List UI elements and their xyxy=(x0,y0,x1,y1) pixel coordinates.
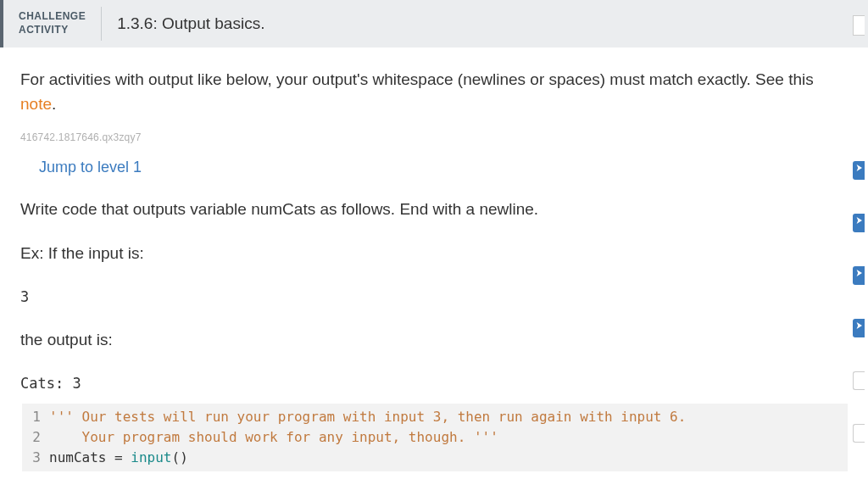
code-text: ''' Our tests will run your program with… xyxy=(49,407,686,427)
code-line: 1''' Our tests will run your program wit… xyxy=(22,407,848,427)
level-indicator-icon[interactable] xyxy=(853,266,865,285)
activity-title: 1.3.6: Output basics. xyxy=(102,14,264,33)
line-number: 2 xyxy=(22,427,49,448)
example-output-value: Cats: 3 xyxy=(20,375,848,392)
bookmark-icon[interactable] xyxy=(853,15,865,36)
code-line: 3numCats = input() xyxy=(22,448,848,468)
challenge-label-line2: ACTIVITY xyxy=(19,24,86,37)
content-area: For activities with output like below, y… xyxy=(0,47,868,471)
session-id: 416742.1817646.qx3zqy7 xyxy=(20,131,848,143)
level-indicator-icon[interactable] xyxy=(853,214,865,232)
line-number: 1 xyxy=(22,407,49,427)
jump-to-level-link[interactable]: Jump to level 1 xyxy=(20,159,848,176)
output-label: the output is: xyxy=(20,331,848,349)
right-side-icons xyxy=(853,161,865,443)
challenge-activity-label: CHALLENGE ACTIVITY xyxy=(3,7,102,41)
code-text: Your program should work for any input, … xyxy=(49,427,498,448)
example-input-value: 3 xyxy=(20,288,848,305)
code-line: 2 Your program should work for any input… xyxy=(22,427,848,448)
level-indicator-icon[interactable] xyxy=(853,161,865,180)
code-text: numCats = input() xyxy=(49,448,188,468)
level-indicator-icon[interactable] xyxy=(853,371,865,390)
level-indicator-icon[interactable] xyxy=(853,424,865,443)
code-editor[interactable]: 1''' Our tests will run your program wit… xyxy=(20,404,848,471)
note-link[interactable]: note xyxy=(20,95,52,113)
level-indicator-icon[interactable] xyxy=(853,319,865,337)
example-label: Ex: If the input is: xyxy=(20,244,848,263)
instruction-text: Write code that outputs variable numCats… xyxy=(20,200,848,219)
intro-paragraph: For activities with output like below, y… xyxy=(20,68,848,116)
intro-text-before: For activities with output like below, y… xyxy=(20,70,814,88)
challenge-label-line1: CHALLENGE xyxy=(19,10,86,24)
line-number: 3 xyxy=(22,448,49,468)
challenge-header: CHALLENGE ACTIVITY 1.3.6: Output basics. xyxy=(0,0,868,47)
intro-text-after: . xyxy=(52,95,56,113)
